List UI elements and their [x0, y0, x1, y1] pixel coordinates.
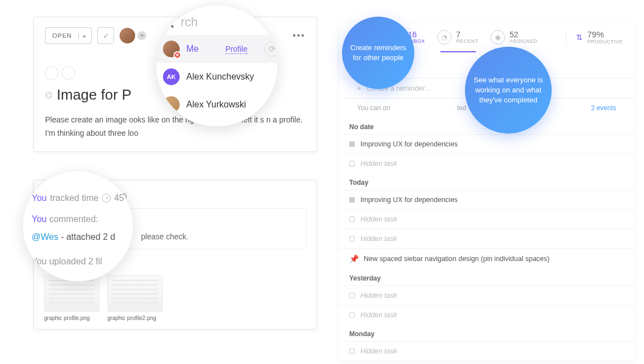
stat-value: 7 — [456, 31, 478, 39]
task-row[interactable]: Hidden task — [339, 229, 634, 248]
checkbox-icon[interactable] — [349, 293, 355, 298]
task-row[interactable]: Improving UX for dependencies — [339, 190, 634, 209]
pin-icon: 📌 — [349, 254, 358, 263]
attachment-item[interactable]: graphic profile2.png — [107, 275, 163, 321]
clock-icon: ◔ — [437, 30, 452, 45]
avatar: AK — [163, 68, 180, 85]
search-placeholder: rch — [181, 15, 198, 29]
task-label: Hidden task — [360, 235, 397, 243]
person-icon: ◉ — [491, 30, 505, 45]
clock-icon — [102, 194, 111, 203]
attachment-filename: graphic profile.png — [44, 315, 100, 321]
task-row[interactable]: Hidden task — [339, 286, 634, 305]
open-status-button[interactable]: OPEN ▸ — [45, 27, 92, 44]
meta-text: You can on — [357, 104, 390, 112]
stat-assigned[interactable]: ◉ 52ASSIGNED — [491, 30, 538, 45]
task-description[interactable]: Please create an image ooks like on the … — [45, 114, 305, 140]
stat-label: PRODUCTIVE — [587, 40, 623, 45]
comment-fragment: - attached 2 d — [61, 232, 115, 242]
plus-icon: + — [357, 84, 361, 92]
zoom-lens-activity: You tracked time 45 You commented: @Wes … — [22, 170, 133, 282]
stat-value: 79% — [587, 30, 623, 40]
more-menu-icon[interactable]: ••• — [293, 31, 305, 41]
stat-label: ASSIGNED — [509, 39, 538, 45]
profile-link[interactable]: Profile — [225, 45, 247, 54]
checkbox-icon[interactable] — [349, 217, 355, 222]
section-header: Monday — [339, 324, 634, 341]
task-label: Hidden task — [360, 215, 397, 223]
comment-header: You commented: — [32, 214, 133, 224]
zoom-lens-people: 🔍 rch ✕ Me Profile ⟳ AK Alex Kunchevsky … — [156, 4, 278, 127]
checkbox-icon[interactable] — [349, 236, 355, 242]
task-row[interactable]: Hidden task — [339, 305, 634, 324]
actor-you: You — [32, 193, 47, 203]
attachments: graphic profile.png graphic profile2.png — [44, 275, 306, 321]
checkbox-icon[interactable] — [349, 161, 355, 166]
task-row[interactable]: Hidden task — [339, 209, 634, 229]
attachment-item[interactable]: graphic profile.png — [44, 275, 100, 321]
tracked-label: tracked time — [50, 193, 98, 203]
task-row[interactable]: Hidden task — [339, 154, 634, 173]
task-label: Improving UX for dependencies — [360, 196, 458, 204]
task-label: Improving UX for dependencies — [360, 140, 458, 148]
meta-text: ted — [457, 104, 467, 112]
open-label: OPEN — [46, 32, 78, 39]
person-name: Me — [186, 44, 199, 54]
comment-body: @Wes - attached 2 d — [32, 232, 133, 242]
task-title[interactable]: Image for P — [57, 86, 131, 104]
person-row-me[interactable]: ✕ Me Profile ⟳ — [156, 35, 278, 63]
checkbox-icon[interactable] — [349, 141, 355, 147]
mention-link[interactable]: @Wes — [32, 232, 58, 242]
stat-value: 52 — [509, 31, 538, 39]
section-header: Today — [339, 173, 634, 190]
stat-productive[interactable]: ⇅ 79%PRODUCTIVE — [566, 30, 623, 45]
checkbox-icon[interactable] — [349, 348, 355, 354]
attachment-thumbnail[interactable] — [107, 275, 163, 312]
task-label: Hidden task — [360, 311, 397, 319]
person-name: Alex Yurkowski — [186, 100, 246, 110]
add-tag-icon[interactable] — [45, 66, 58, 80]
avatar: ✕ — [163, 41, 180, 57]
assignee-avatar[interactable] — [120, 28, 135, 43]
add-assignee-button[interactable]: + — [136, 30, 147, 41]
task-label: New spaced siebar navigation design (pin… — [364, 255, 549, 263]
checkbox-icon[interactable] — [349, 197, 355, 203]
task-label: Hidden task — [360, 347, 397, 355]
task-label: Hidden task — [360, 292, 397, 299]
tracked-line: You tracked time 45 — [32, 193, 133, 203]
add-tag-icon[interactable] — [62, 66, 75, 80]
task-label: Hidden task — [360, 160, 397, 168]
sync-icon: ⇅ — [576, 33, 583, 42]
callout-bubble-reminders: Create reminders for other people — [342, 17, 414, 89]
open-caret-icon[interactable]: ▸ — [78, 33, 91, 39]
section-header: Yesterday — [339, 269, 634, 286]
attachment-filename: graphic profile2.png — [107, 315, 163, 321]
subtask-tree-icon: ⌬ — [45, 90, 52, 100]
tracked-minutes: 45 — [114, 193, 124, 203]
person-name: Alex Kunchevsky — [186, 72, 254, 82]
events-link[interactable]: 2 events — [591, 104, 616, 112]
person-row[interactable]: AK Alex Kunchevsky — [156, 63, 278, 91]
task-row[interactable]: Improving UX for dependencies — [339, 134, 634, 154]
actor-you: You — [32, 214, 47, 224]
commented-label: commented: — [49, 214, 98, 224]
comment-fragment: please check. — [141, 232, 189, 241]
stat-recent[interactable]: ◔ 7RECENT — [437, 30, 478, 45]
callout-bubble-activity: See what everyone is working on and what… — [465, 47, 552, 134]
complete-button[interactable]: ✓ — [97, 27, 114, 44]
checkbox-icon[interactable] — [349, 312, 355, 318]
task-row[interactable]: 📌New spaced siebar navigation design (pi… — [339, 248, 634, 269]
stat-label: RECENT — [456, 39, 478, 45]
task-row[interactable]: Hidden task — [339, 341, 634, 361]
remove-icon[interactable]: ✕ — [174, 51, 181, 59]
